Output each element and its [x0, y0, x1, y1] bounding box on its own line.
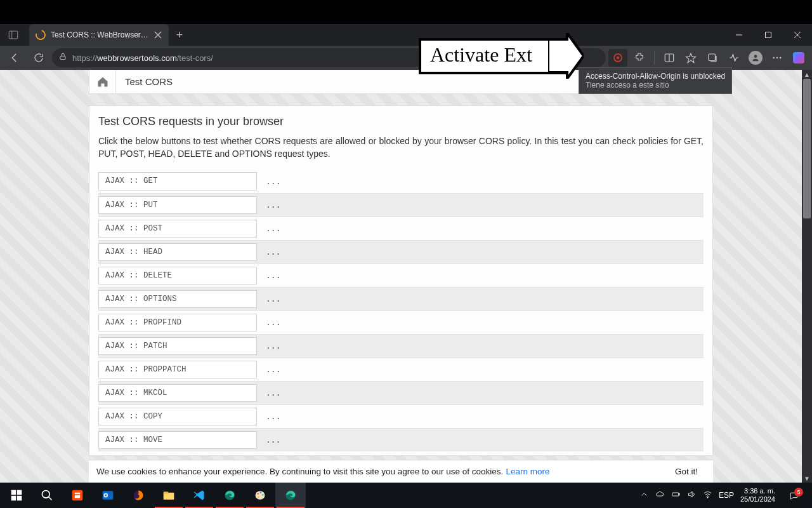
svg-rect-24 — [11, 496, 16, 501]
ajax-result-cell: ... — [257, 358, 704, 381]
main-card: Test CORS requests in your browser Click… — [89, 105, 713, 456]
tooltip-line2: Tiene acceso a este sitio — [586, 81, 725, 90]
ajax-method-button[interactable]: AJAX :: COPY — [98, 408, 257, 425]
svg-point-45 — [707, 497, 708, 498]
profile-button[interactable] — [746, 49, 765, 67]
method-row: AJAX :: PATCH... — [98, 334, 704, 358]
svg-point-39 — [262, 494, 264, 496]
taskbar-app-explorer[interactable] — [154, 483, 184, 508]
tray-battery-icon[interactable] — [671, 490, 681, 501]
cookie-accept-button[interactable]: Got it! — [675, 467, 698, 476]
svg-rect-22 — [11, 490, 16, 495]
method-row: AJAX :: GET... — [98, 170, 704, 193]
method-row: AJAX :: PROPFIND... — [98, 311, 704, 334]
tray-clock[interactable]: 3:36 a. m. 25/01/2024 — [740, 487, 775, 503]
extensions-button[interactable] — [630, 49, 649, 67]
svg-rect-5 — [766, 32, 771, 38]
method-row: AJAX :: DELETE... — [98, 264, 704, 287]
vertical-scrollbar[interactable]: ▲ ▼ — [802, 70, 812, 483]
ajax-method-button[interactable]: AJAX :: MOVE — [98, 431, 257, 449]
window-top-margin — [0, 0, 812, 24]
tab-actions-button[interactable] — [0, 24, 27, 46]
taskbar-app-edge-active[interactable] — [275, 483, 306, 508]
tab-favicon-icon — [34, 28, 48, 42]
page-content: Test CORS Test CORS requests in your bro… — [89, 70, 713, 483]
menu-button[interactable] — [768, 49, 787, 67]
system-tray: ESP 3:36 a. m. 25/01/2024 5 — [634, 487, 811, 503]
ajax-result-cell: ... — [257, 382, 704, 404]
ajax-method-button[interactable]: AJAX :: POST — [98, 220, 257, 237]
cookie-banner: We use cookies to enhance your experienc… — [89, 460, 713, 483]
svg-rect-25 — [17, 496, 22, 501]
tray-wifi-icon[interactable] — [703, 490, 712, 501]
ajax-result-cell: ... — [257, 429, 704, 451]
svg-point-26 — [43, 491, 50, 498]
new-tab-button[interactable]: + — [169, 24, 190, 46]
method-row: AJAX :: PUT... — [98, 193, 704, 217]
cookie-learn-more-link[interactable]: Learn more — [506, 467, 549, 476]
taskbar-app-edge[interactable] — [214, 483, 245, 508]
svg-marker-21 — [548, 33, 584, 79]
tray-volume-icon[interactable] — [687, 490, 697, 501]
svg-rect-23 — [17, 490, 22, 495]
ajax-method-button[interactable]: AJAX :: OPTIONS — [98, 290, 257, 308]
svg-point-37 — [257, 493, 259, 495]
annotation-arrow: Activate Ext — [419, 38, 571, 74]
svg-rect-8 — [60, 56, 65, 59]
svg-point-20 — [780, 57, 781, 58]
performance-icon[interactable] — [724, 49, 743, 67]
favorites-button[interactable] — [681, 49, 700, 67]
svg-rect-14 — [709, 54, 716, 61]
ajax-method-button[interactable]: AJAX :: PATCH — [98, 337, 257, 355]
ajax-method-button[interactable]: AJAX :: PUT — [98, 196, 257, 214]
tray-overflow-button[interactable] — [639, 490, 649, 501]
ajax-result-cell: ... — [257, 311, 704, 334]
ajax-method-button[interactable]: AJAX :: GET — [98, 172, 257, 190]
method-row: AJAX :: POST... — [98, 217, 704, 240]
window-close-button[interactable] — [783, 24, 812, 46]
svg-rect-34 — [164, 491, 169, 493]
window-maximize-button[interactable] — [754, 24, 783, 46]
tray-notifications-button[interactable]: 5 — [782, 491, 806, 500]
site-info-lock-icon[interactable] — [58, 52, 67, 64]
collections-button[interactable] — [703, 49, 722, 67]
tray-onedrive-icon[interactable] — [655, 490, 665, 501]
taskbar-app-store[interactable] — [62, 483, 93, 508]
search-button[interactable] — [32, 483, 62, 508]
split-screen-icon[interactable] — [660, 49, 679, 67]
taskbar-app-vscode[interactable] — [184, 483, 214, 508]
ajax-method-button[interactable]: AJAX :: DELETE — [98, 267, 257, 284]
windows-taskbar: ESP 3:36 a. m. 25/01/2024 5 — [0, 483, 812, 508]
browser-tab[interactable]: Test CORS :: WebBrowserTools — [29, 24, 169, 46]
tray-language[interactable]: ESP — [719, 491, 734, 500]
method-row: AJAX :: OPTIONS... — [98, 287, 704, 311]
ajax-result-cell: ... — [257, 170, 704, 193]
taskbar-app-firefox[interactable] — [123, 483, 154, 508]
svg-point-17 — [754, 55, 757, 58]
ajax-method-button[interactable]: AJAX :: MKCOL — [98, 384, 257, 402]
ajax-method-button[interactable]: AJAX :: PROPPATCH — [98, 361, 257, 378]
back-button[interactable] — [4, 48, 25, 67]
svg-point-38 — [260, 492, 262, 494]
ajax-result-cell: ... — [257, 217, 704, 240]
scroll-up-button[interactable]: ▲ — [802, 70, 812, 79]
browser-titlebar: Test CORS :: WebBrowserTools + — [0, 24, 812, 46]
ajax-method-button[interactable]: AJAX :: HEAD — [98, 243, 257, 261]
ajax-method-button[interactable]: AJAX :: PROPFIND — [98, 314, 257, 331]
ajax-result-cell: ... — [257, 264, 704, 287]
home-link[interactable] — [89, 70, 116, 93]
scroll-down-button[interactable]: ▼ — [802, 474, 812, 483]
tab-title: Test CORS :: WebBrowserTools — [51, 30, 148, 39]
copilot-button[interactable] — [789, 49, 808, 67]
cors-extension-icon[interactable] — [608, 49, 627, 67]
taskbar-app-outlook[interactable] — [93, 483, 123, 508]
taskbar-app-paint[interactable] — [245, 483, 275, 508]
browser-toolbar: https://webbrowsertools.com/test-cors/ — [0, 46, 812, 70]
window-minimize-button[interactable] — [724, 24, 754, 46]
refresh-button[interactable] — [28, 48, 49, 67]
notification-badge: 5 — [794, 488, 803, 497]
page-viewport: Test CORS Test CORS requests in your bro… — [0, 70, 812, 483]
scroll-thumb[interactable] — [803, 79, 811, 218]
tab-close-button[interactable] — [154, 30, 162, 39]
start-button[interactable] — [1, 483, 32, 508]
